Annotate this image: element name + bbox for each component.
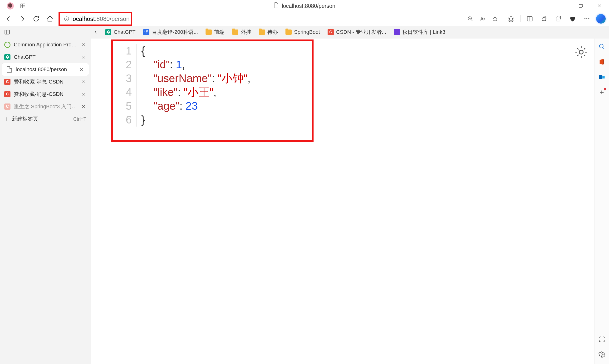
zoom-icon[interactable] <box>466 14 475 24</box>
csdn-icon: C <box>328 29 334 35</box>
vertical-tab[interactable]: localhost:8080/person <box>2 63 89 76</box>
read-aloud-icon[interactable]: A» <box>478 14 487 24</box>
minimize-button[interactable] <box>552 0 571 12</box>
line-number: 6 <box>113 113 137 127</box>
svg-point-23 <box>586 18 588 20</box>
new-tab-label: 新建标签页 <box>12 115 38 123</box>
copilot-icon[interactable] <box>596 14 606 24</box>
code-line: 2 "id": 1, <box>113 58 312 71</box>
line-number: 2 <box>113 58 137 71</box>
favorites-icon[interactable] <box>539 14 549 24</box>
favorite-star-icon[interactable] <box>490 14 500 24</box>
refresh-button[interactable] <box>31 13 41 24</box>
line-content: "id": 1, <box>137 58 185 71</box>
bookmark-label: ChatGPT <box>114 29 136 35</box>
bookmark-item[interactable]: ✲ChatGPT <box>102 28 138 36</box>
bookmark-item[interactable]: 秋日软件库 | Link3 <box>391 28 448 37</box>
collections-icon[interactable] <box>553 14 563 24</box>
address-path: :8080/person <box>95 15 130 22</box>
vertical-tab[interactable]: C赞和收藏-消息-CSDN <box>0 88 91 100</box>
tab-label: Common Application Properties <box>14 42 77 48</box>
split-screen-icon[interactable] <box>525 14 535 24</box>
vertical-tabs-toggle-icon[interactable] <box>3 28 12 36</box>
tab-label: 重生之 SpringBoot3 入门保姆级 <box>14 103 77 110</box>
window-title-text: localhost:8080/person <box>282 3 335 9</box>
vertical-tab[interactable]: C赞和收藏-消息-CSDN <box>0 76 91 88</box>
bookmark-item[interactable]: 译百度翻译-200种语... <box>140 28 201 37</box>
tab-close-icon[interactable] <box>81 91 86 97</box>
more-menu-icon[interactable] <box>582 14 592 24</box>
tab-favicon: ✲ <box>4 54 11 60</box>
bookmarks-back-icon[interactable] <box>91 27 100 37</box>
plus-icon: + <box>4 115 8 123</box>
back-button[interactable] <box>3 13 14 24</box>
bookmark-item[interactable]: CCSDN - 专业开发者... <box>325 28 389 37</box>
new-tab-button[interactable]: + 新建标签页 Ctrl+T <box>0 113 91 125</box>
vertical-tab[interactable]: C重生之 SpringBoot3 入门保姆级 <box>0 100 91 113</box>
code-line: 3 "userName": "小钟", <box>113 71 312 85</box>
bookmarks-bar: ✲ChatGPT译百度翻译-200种语...前端外挂待办SpringBootCC… <box>91 26 609 39</box>
bookmark-label: 秋日软件库 | Link3 <box>402 28 445 36</box>
svg-rect-2 <box>21 6 23 8</box>
workspaces-icon[interactable] <box>20 3 26 9</box>
folder-icon <box>232 29 238 35</box>
svg-rect-25 <box>5 30 10 34</box>
toolbar-separator <box>520 15 520 22</box>
bookmark-label: 待办 <box>267 28 278 36</box>
code-line: 4 "like": "小王", <box>113 85 312 99</box>
sidebar-add-icon[interactable]: + <box>597 88 607 97</box>
extension-heart-icon[interactable] <box>568 14 578 24</box>
home-button[interactable] <box>45 13 55 24</box>
code-line: 5 "age": 23 <box>113 99 312 113</box>
maximize-button[interactable] <box>571 0 590 12</box>
site-info-icon[interactable] <box>62 16 71 22</box>
svg-line-41 <box>603 48 604 49</box>
line-content: "age": 23 <box>137 99 198 113</box>
bookmark-label: 外挂 <box>241 28 251 36</box>
tab-favicon <box>6 66 12 73</box>
bookmark-item[interactable]: SpringBoot <box>283 28 323 36</box>
tab-close-icon[interactable] <box>81 79 86 85</box>
tab-label: localhost:8080/person <box>16 66 75 73</box>
tab-close-icon[interactable] <box>79 67 84 72</box>
annotation-highlight-json: 1{2 "id": 1,3 "userName": "小钟",4 "like":… <box>111 39 313 142</box>
svg-rect-42 <box>599 75 602 79</box>
line-content: { <box>137 44 145 58</box>
page-file-icon <box>273 2 279 10</box>
svg-point-40 <box>599 44 603 48</box>
svg-point-24 <box>588 18 589 20</box>
close-window-button[interactable] <box>590 0 609 12</box>
bookmark-item[interactable]: 外挂 <box>229 28 254 37</box>
extensions-icon[interactable] <box>506 14 516 24</box>
tab-close-icon[interactable] <box>81 104 86 109</box>
vertical-tab[interactable]: ✲ChatGPT <box>0 51 91 63</box>
sidebar-outlook-icon[interactable] <box>597 72 607 82</box>
chatgpt-icon: ✲ <box>105 29 111 35</box>
sidebar-screenshot-icon[interactable] <box>597 335 607 344</box>
code-line: 1{ <box>113 44 312 58</box>
bookmark-item[interactable]: 前端 <box>203 28 227 37</box>
vertical-tab[interactable]: Common Application Properties <box>0 39 91 51</box>
tab-favicon: C <box>4 104 11 110</box>
profile-avatar[interactable] <box>7 2 14 10</box>
tab-close-icon[interactable] <box>81 54 86 60</box>
address-text: localhost:8080/person <box>71 15 130 22</box>
browser-sidebar: + <box>594 39 609 364</box>
folder-icon <box>206 29 212 35</box>
tab-favicon: C <box>4 91 11 97</box>
forward-button[interactable] <box>17 13 28 24</box>
svg-rect-5 <box>579 4 582 7</box>
bookmark-item[interactable]: 待办 <box>256 28 281 37</box>
line-number: 3 <box>113 71 137 85</box>
line-content: } <box>137 113 145 127</box>
json-viewer-settings-icon[interactable] <box>574 45 589 60</box>
svg-rect-3 <box>23 6 25 8</box>
tab-close-icon[interactable] <box>81 42 86 48</box>
address-host: localhost <box>71 15 95 22</box>
sidebar-search-icon[interactable] <box>597 42 607 52</box>
tab-label: ChatGPT <box>14 54 77 60</box>
sidebar-settings-icon[interactable] <box>597 350 607 359</box>
address-bar[interactable]: localhost:8080/person A» <box>59 13 501 25</box>
sidebar-office-icon[interactable] <box>597 57 607 67</box>
page-content: 1{2 "id": 1,3 "userName": "小钟",4 "like":… <box>91 39 609 364</box>
